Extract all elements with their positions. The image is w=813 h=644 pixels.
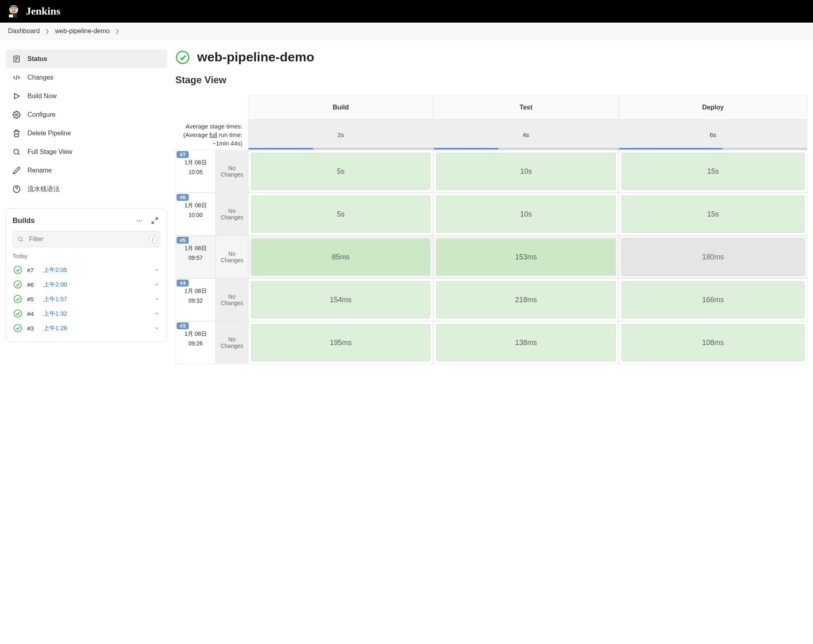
run-time: 09:26 [177,340,214,347]
nav-label: Full Stage View [27,148,72,156]
stage-cell-deploy[interactable]: 15s [621,153,805,190]
stage-cell-build[interactable]: 85ms [251,238,430,276]
build-number: #5 [27,296,38,303]
stage-cell-build[interactable]: 154ms [251,281,430,318]
build-time[interactable]: 上午1:26 [43,324,149,332]
run-row[interactable]: #5 1月 08日 09:57 No Changes 85ms 153ms 18… [175,236,807,278]
chevron-down-icon[interactable] [154,325,160,331]
run-changes: No Changes [216,278,248,321]
run-badge: #5 [177,237,189,244]
svg-point-13 [16,114,18,116]
stage-cell-build[interactable]: 5s [251,153,430,190]
run-changes: No Changes [216,321,248,364]
nav-rename[interactable]: Rename [6,161,167,180]
status-icon [12,55,21,63]
builds-today-label: Today [13,253,160,259]
svg-point-18 [137,220,138,221]
success-icon [13,309,22,318]
nav-changes[interactable]: Changes [6,68,167,87]
run-date: 1月 08日 [177,330,214,338]
nav-label: 流水线语法 [27,185,60,194]
stage-cell-deploy[interactable]: 180ms [621,238,805,276]
page-title: web-pipeline-demo [197,50,314,65]
chevron-down-icon[interactable] [154,282,160,287]
svg-point-3 [15,8,16,10]
run-row[interactable]: #7 1月 08日 10:05 No Changes 5s 10s 15s [175,150,807,193]
run-row[interactable]: #3 1月 08日 09:26 No Changes 195ms 138ms 1… [175,321,807,364]
build-row[interactable]: #6 上午2:00 [13,277,160,292]
svg-point-30 [177,51,189,63]
stage-cell-test[interactable]: 153ms [436,238,615,276]
chevron-down-icon[interactable] [154,267,160,273]
stage-cell-test[interactable]: 10s [436,153,615,190]
avg-test: 4s [433,120,618,150]
nav-full-stage-view[interactable]: Full Stage View [6,143,167,161]
app-header: Jenkins [0,0,813,23]
stage-cell-test[interactable]: 138ms [436,324,615,361]
run-badge: #7 [177,151,189,158]
nav-delete[interactable]: Delete Pipeline [6,124,167,143]
nav-label: Rename [27,167,52,174]
chevron-right-icon: ❯ [45,28,49,34]
svg-point-25 [14,266,21,274]
stage-cell-deploy[interactable]: 108ms [621,324,805,361]
play-icon [12,92,21,101]
nav-configure[interactable]: Configure [6,105,167,124]
build-row[interactable]: #3 上午1:26 [13,321,160,335]
svg-marker-12 [15,93,19,99]
nav-label: Status [27,55,47,63]
build-time[interactable]: 上午2:00 [43,281,149,288]
breadcrumb-project[interactable]: web-pipeline-demo [55,27,110,35]
success-icon [13,324,22,333]
nav-build-now[interactable]: Build Now [6,87,167,105]
nav-pipeline-syntax[interactable]: 流水线语法 [6,180,167,198]
run-badge: #4 [177,280,189,286]
stage-cell-test[interactable]: 10s [436,196,615,233]
breadcrumb-dashboard[interactable]: Dashboard [8,27,40,35]
success-icon [13,295,22,303]
logo-text: Jenkins [26,5,60,17]
svg-point-26 [14,281,21,288]
run-time: 09:32 [177,297,214,304]
expand-icon[interactable] [149,215,160,226]
build-time[interactable]: 上午1:57 [43,295,149,303]
filter-input[interactable] [13,231,160,247]
run-info: #6 1月 08日 10:00 [175,193,216,236]
chevron-down-icon[interactable] [154,311,160,316]
build-time[interactable]: 上午2:05 [43,266,149,274]
run-time: 10:05 [177,169,214,175]
run-info: #4 1月 08日 09:32 [175,278,216,321]
run-row[interactable]: #4 1月 08日 09:32 No Changes 154ms 218ms 1… [175,278,807,321]
stage-view-table: Build Test Deploy Average stage times: (… [175,95,807,364]
stage-cell-test[interactable]: 218ms [436,281,615,318]
stage-header-deploy: Deploy [619,95,807,120]
avg-build: 2s [248,120,433,150]
svg-point-28 [14,310,21,317]
search-icon [17,236,24,242]
stage-cell-deploy[interactable]: 166ms [621,281,805,318]
breadcrumb: Dashboard ❯ web-pipeline-demo ❯ [0,23,813,40]
code-icon [12,73,21,82]
logo[interactable]: Jenkins [6,4,60,19]
build-time[interactable]: 上午1:32 [43,310,149,318]
run-date: 1月 08日 [177,288,214,295]
run-info: #3 1月 08日 09:26 [175,321,216,364]
filter-shortcut: / [149,236,156,243]
build-row[interactable]: #5 上午1:57 [13,292,160,306]
stage-cell-build[interactable]: 5s [251,196,430,233]
nav-status[interactable]: Status [6,50,167,68]
build-row[interactable]: #4 上午1:32 [13,306,160,321]
svg-line-15 [18,154,20,155]
svg-line-11 [16,75,17,80]
stage-cell-deploy[interactable]: 15s [621,196,805,233]
jenkins-icon [6,4,21,19]
build-number: #3 [27,325,38,332]
chevron-down-icon[interactable] [154,296,160,302]
nav-label: Build Now [27,93,57,100]
more-icon[interactable] [134,215,145,226]
stage-cell-build[interactable]: 195ms [251,324,430,361]
run-info: #5 1月 08日 09:57 [175,236,216,278]
build-row[interactable]: #7 上午2:05 [13,263,160,277]
run-time: 09:57 [177,255,214,261]
run-row[interactable]: #6 1月 08日 10:00 No Changes 5s 10s 15s [175,193,807,236]
